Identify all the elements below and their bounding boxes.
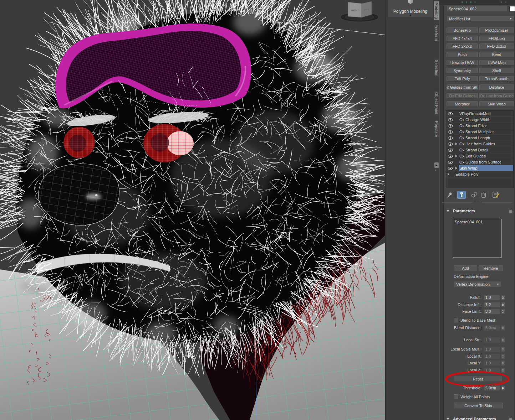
remove-button[interactable]: Remove	[479, 265, 503, 271]
advanced-parameters-rollout-header[interactable]: Advanced Parameters	[442, 416, 514, 420]
stack-row-base-object[interactable]: Editable Poly	[446, 171, 513, 177]
viewport-3d[interactable]: FRONT LEFT	[0, 0, 385, 420]
local-x-row: Local X: 1.0	[439, 354, 515, 359]
guides-from-shape-button[interactable]: x Guides from Shap	[447, 84, 478, 90]
chevron-down-icon: ▼	[496, 281, 499, 287]
falloff-spinner[interactable]	[501, 295, 505, 300]
rollout-splitter[interactable]	[442, 202, 512, 203]
unwrap-uvw-button[interactable]: Unwrap UVW	[447, 60, 478, 66]
bonespro-button[interactable]: BonesPro	[447, 27, 478, 33]
eye-icon[interactable]	[446, 142, 454, 146]
viewport-canvas[interactable]: FRONT LEFT	[0, 0, 385, 420]
left-eye	[63, 127, 95, 158]
push-button[interactable]: Push	[447, 52, 478, 57]
make-unique-icon[interactable]	[471, 192, 478, 198]
expand-arrow-icon[interactable]	[448, 173, 449, 176]
skin-wrap-target-list[interactable]: Sphere004_001	[453, 219, 501, 258]
skin-wrap-button[interactable]: Skin Wrap	[479, 101, 514, 107]
convert-to-skin-button[interactable]: Convert To Skin	[454, 403, 503, 409]
tab-strip-caret-icon[interactable]: ▾	[435, 169, 437, 172]
object-color-swatch[interactable]	[509, 6, 515, 12]
face-limit-spinner[interactable]	[501, 309, 505, 314]
eye-icon[interactable]	[446, 154, 454, 158]
tab-strip-expand-button[interactable]: ▶	[434, 162, 439, 168]
list-item[interactable]: Sphere004_001	[453, 219, 501, 225]
reset-button[interactable]: Reset	[454, 376, 502, 382]
local-str-row: Local Str.: 1.0	[439, 337, 515, 343]
modifier-stack: VRayOrnatrixMod Ox Change Width Ox Stran…	[446, 110, 514, 188]
add-button[interactable]: Add	[454, 265, 477, 271]
local-z-row: Local Z: 1.0	[439, 368, 515, 373]
polygon-modeling-label: Polygon Modeling	[388, 9, 433, 14]
tab-modeling[interactable]: Modeling	[434, 1, 439, 20]
ox-hair-from-guides-button: Ox Hair from Guides	[479, 93, 514, 99]
stack-row[interactable]: Ox Strand Frizz	[446, 123, 513, 129]
stack-row[interactable]: Ox Change Width	[446, 117, 513, 123]
ffd2x2x2-button[interactable]: FFD 2x2x2	[447, 43, 478, 49]
show-end-result-button[interactable]	[457, 191, 466, 199]
prooptimizer-button[interactable]: ProOptimizer	[479, 27, 514, 33]
remove-modifier-icon[interactable]	[481, 191, 486, 198]
eye-icon[interactable]	[446, 124, 454, 128]
parameters-rollout-header[interactable]: Parameters	[442, 208, 514, 214]
stack-row[interactable]: Ox Strand Length	[446, 135, 513, 141]
distance-influence-spinner[interactable]	[501, 302, 505, 307]
falloff-input[interactable]: 1.0	[484, 295, 500, 300]
deformation-engine-dropdown[interactable]: Vertex Deformation ▼	[454, 281, 501, 287]
eye-icon[interactable]	[446, 148, 454, 152]
rollout-open-icon	[447, 210, 449, 212]
local-scale-mult-label: Local Scale Mult.:	[439, 347, 481, 352]
stack-row[interactable]: Ox Edit Guides	[446, 153, 513, 159]
stack-row-selected[interactable]: Skin Wrap	[446, 165, 513, 171]
eye-icon[interactable]	[446, 118, 454, 122]
turbosmooth-button[interactable]: TurboSmooth	[479, 76, 514, 82]
uvw-map-button[interactable]: UVW Map	[479, 60, 514, 66]
eye-icon[interactable]	[446, 112, 454, 116]
distance-influence-input[interactable]: 1.2	[484, 302, 500, 307]
tab-selection[interactable]: Selection	[434, 59, 439, 77]
displace-button[interactable]: Displace	[479, 84, 514, 90]
viewcube-side-label[interactable]: LEFT	[364, 9, 369, 11]
panel-collapse-icon[interactable]	[409, 14, 411, 17]
local-str-spinner	[501, 337, 505, 343]
eye-icon[interactable]	[446, 166, 454, 170]
eye-icon[interactable]	[446, 130, 454, 134]
distance-influence-label: Distance Infl.:	[439, 302, 481, 307]
shell-button[interactable]: Shell	[479, 68, 514, 73]
stack-row[interactable]: Ox Strand Multiplier	[446, 129, 513, 135]
stack-row[interactable]: Ox Strand Detail	[446, 147, 513, 153]
ffd4x4x4-button[interactable]: FFD 4x4x4	[447, 36, 478, 41]
ffd3x3x3-button[interactable]: FFD 3x3x3	[479, 43, 514, 49]
edit-poly-button[interactable]: Edit Poly	[447, 76, 478, 82]
blend-distance-spinner	[501, 325, 505, 331]
polygon-modeling-panel[interactable]: Polygon Modeling	[387, 0, 433, 18]
stack-row[interactable]: Ox Guides from Surface	[446, 159, 513, 165]
blend-to-base-mesh-checkbox[interactable]	[454, 318, 458, 322]
weight-all-points-checkbox[interactable]	[454, 394, 458, 399]
eye-icon[interactable]	[446, 160, 454, 164]
deformation-engine-label: Deformation Engine	[454, 274, 488, 279]
local-scale-mult-input: 1.0	[484, 347, 500, 352]
object-name-field[interactable]: Sphere004_002	[447, 5, 507, 12]
expand-arrow-icon[interactable]	[455, 155, 457, 157]
face-limit-input[interactable]: 3.0	[484, 309, 500, 314]
eye-icon[interactable]	[446, 136, 454, 140]
threshold-input[interactable]: 5.0cm	[484, 385, 500, 391]
modifier-list-dropdown[interactable]: Modifier List ▼	[447, 16, 514, 21]
stack-row[interactable]: Ox Hair from Guides	[446, 141, 513, 147]
ffdbox-button[interactable]: FFD(box)	[479, 36, 514, 41]
tab-populate[interactable]: Populate	[434, 121, 439, 137]
tab-freeform[interactable]: Freeform	[434, 25, 439, 41]
tab-object-paint[interactable]: Object Paint	[434, 91, 439, 115]
bend-button[interactable]: Bend	[479, 52, 514, 57]
threshold-spinner[interactable]	[501, 385, 505, 391]
viewcube-front-label[interactable]: FRONT	[351, 9, 359, 12]
morpher-button[interactable]: Morpher	[447, 101, 478, 107]
configure-modifier-sets-icon[interactable]	[493, 191, 500, 198]
expand-arrow-icon[interactable]	[455, 142, 457, 145]
stack-row[interactable]: VRayOrnatrixMod	[446, 111, 513, 117]
symmetry-button[interactable]: Symmetry	[447, 68, 478, 73]
pin-stack-icon[interactable]	[447, 192, 453, 198]
face-limit-row: Face Limit: 3.0	[439, 309, 515, 314]
expand-arrow-icon[interactable]	[455, 167, 457, 170]
